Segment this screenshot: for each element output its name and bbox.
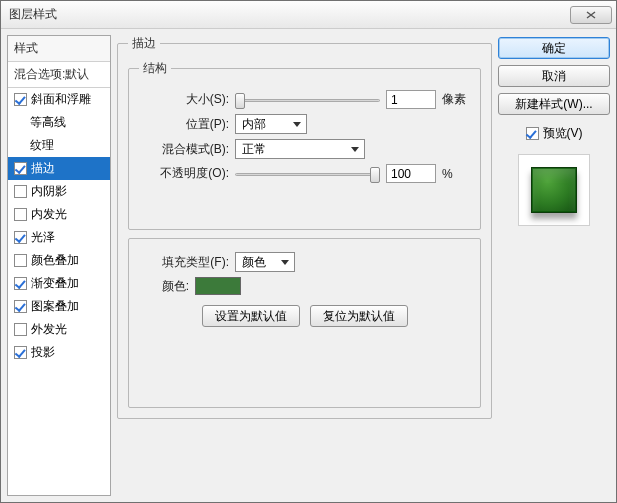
color-swatch[interactable] xyxy=(195,277,241,295)
style-item-label: 图案叠加 xyxy=(31,298,79,315)
preview-checkbox[interactable] xyxy=(526,127,539,140)
styles-list-header[interactable]: 样式 xyxy=(8,36,110,62)
style-item-6[interactable]: 光泽 xyxy=(8,226,110,249)
dialog-title: 图层样式 xyxy=(9,6,570,23)
opacity-input[interactable] xyxy=(386,164,436,183)
opacity-label: 不透明度(O): xyxy=(139,165,229,182)
fill-type-label: 填充类型(F): xyxy=(139,254,229,271)
style-item-label: 内阴影 xyxy=(31,183,67,200)
style-item-8[interactable]: 渐变叠加 xyxy=(8,272,110,295)
ok-button[interactable]: 确定 xyxy=(498,37,610,59)
color-label: 颜色: xyxy=(139,278,189,295)
size-slider[interactable] xyxy=(235,91,380,109)
style-checkbox[interactable] xyxy=(14,254,27,267)
position-value: 内部 xyxy=(242,116,266,133)
style-item-11[interactable]: 投影 xyxy=(8,341,110,364)
preview-label: 预览(V) xyxy=(543,125,583,142)
style-item-label: 外发光 xyxy=(31,321,67,338)
blending-options-item[interactable]: 混合选项:默认 xyxy=(8,62,110,88)
style-item-4[interactable]: 内阴影 xyxy=(8,180,110,203)
style-item-7[interactable]: 颜色叠加 xyxy=(8,249,110,272)
style-item-10[interactable]: 外发光 xyxy=(8,318,110,341)
titlebar: 图层样式 xyxy=(1,1,616,29)
style-checkbox[interactable] xyxy=(14,185,27,198)
style-item-label: 斜面和浮雕 xyxy=(31,91,91,108)
style-checkbox[interactable] xyxy=(14,300,27,313)
close-button[interactable] xyxy=(570,6,612,24)
style-item-label: 光泽 xyxy=(31,229,55,246)
style-checkbox[interactable] xyxy=(14,208,27,221)
style-item-label: 内发光 xyxy=(31,206,67,223)
style-checkbox[interactable] xyxy=(14,323,27,336)
style-item-label: 等高线 xyxy=(30,114,66,131)
style-item-label: 投影 xyxy=(31,344,55,361)
opacity-slider[interactable] xyxy=(235,165,380,183)
style-item-2[interactable]: 纹理 xyxy=(8,134,110,157)
stroke-group: 描边 结构 大小(S): 像素 位置(P): 内部 xyxy=(117,35,492,419)
size-label: 大小(S): xyxy=(139,91,229,108)
style-item-3[interactable]: 描边 xyxy=(8,157,110,180)
opacity-unit: % xyxy=(442,167,470,181)
settings-panel: 描边 结构 大小(S): 像素 位置(P): 内部 xyxy=(117,35,492,496)
style-item-label: 描边 xyxy=(31,160,55,177)
styles-list-panel: 样式 混合选项:默认 斜面和浮雕等高线纹理描边内阴影内发光光泽颜色叠加渐变叠加图… xyxy=(7,35,111,496)
style-item-label: 纹理 xyxy=(30,137,54,154)
stroke-group-legend: 描边 xyxy=(128,35,160,52)
blend-mode-label: 混合模式(B): xyxy=(139,141,229,158)
preview-box xyxy=(518,154,590,226)
structure-group-legend: 结构 xyxy=(139,60,171,77)
style-checkbox[interactable] xyxy=(14,93,27,106)
fill-type-value: 颜色 xyxy=(242,254,266,271)
blend-mode-select[interactable]: 正常 xyxy=(235,139,365,159)
make-default-button[interactable]: 设置为默认值 xyxy=(202,305,300,327)
style-item-1[interactable]: 等高线 xyxy=(8,111,110,134)
style-checkbox[interactable] xyxy=(14,346,27,359)
blend-mode-value: 正常 xyxy=(242,141,266,158)
fill-group: 填充类型(F): 颜色 颜色: 设置为默认值 复位为默认值 xyxy=(128,238,481,408)
fill-type-select[interactable]: 颜色 xyxy=(235,252,295,272)
style-item-label: 颜色叠加 xyxy=(31,252,79,269)
structure-group: 结构 大小(S): 像素 位置(P): 内部 xyxy=(128,60,481,230)
layer-style-dialog: 图层样式 样式 混合选项:默认 斜面和浮雕等高线纹理描边内阴影内发光光泽颜色叠加… xyxy=(0,0,617,503)
size-input[interactable] xyxy=(386,90,436,109)
preview-thumbnail xyxy=(531,167,577,213)
size-unit: 像素 xyxy=(442,91,470,108)
cancel-button[interactable]: 取消 xyxy=(498,65,610,87)
reset-default-button[interactable]: 复位为默认值 xyxy=(310,305,408,327)
new-style-button[interactable]: 新建样式(W)... xyxy=(498,93,610,115)
preview-toggle[interactable]: 预览(V) xyxy=(498,125,610,142)
style-item-label: 渐变叠加 xyxy=(31,275,79,292)
close-icon xyxy=(586,11,596,19)
right-panel: 确定 取消 新建样式(W)... 预览(V) xyxy=(498,35,610,496)
style-checkbox[interactable] xyxy=(14,231,27,244)
position-label: 位置(P): xyxy=(139,116,229,133)
style-checkbox[interactable] xyxy=(14,162,27,175)
style-item-0[interactable]: 斜面和浮雕 xyxy=(8,88,110,111)
position-select[interactable]: 内部 xyxy=(235,114,307,134)
style-checkbox[interactable] xyxy=(14,277,27,290)
style-item-5[interactable]: 内发光 xyxy=(8,203,110,226)
style-item-9[interactable]: 图案叠加 xyxy=(8,295,110,318)
